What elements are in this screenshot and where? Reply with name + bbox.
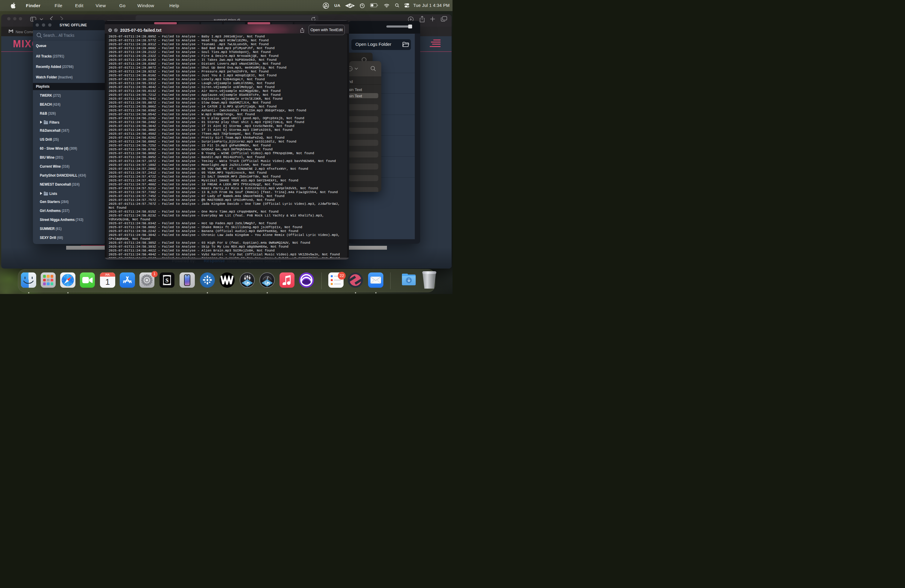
svg-text:S: S [165, 277, 168, 283]
